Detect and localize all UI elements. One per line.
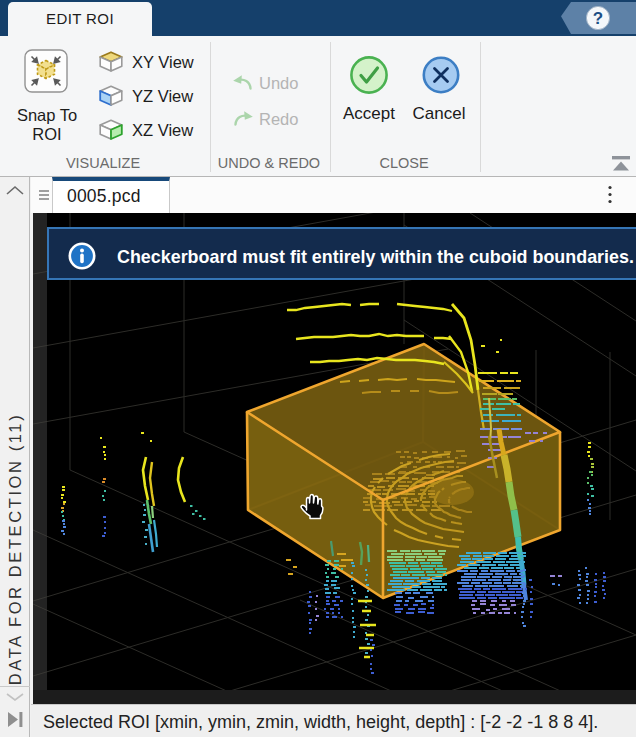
svg-text:?: ? [593,9,603,28]
